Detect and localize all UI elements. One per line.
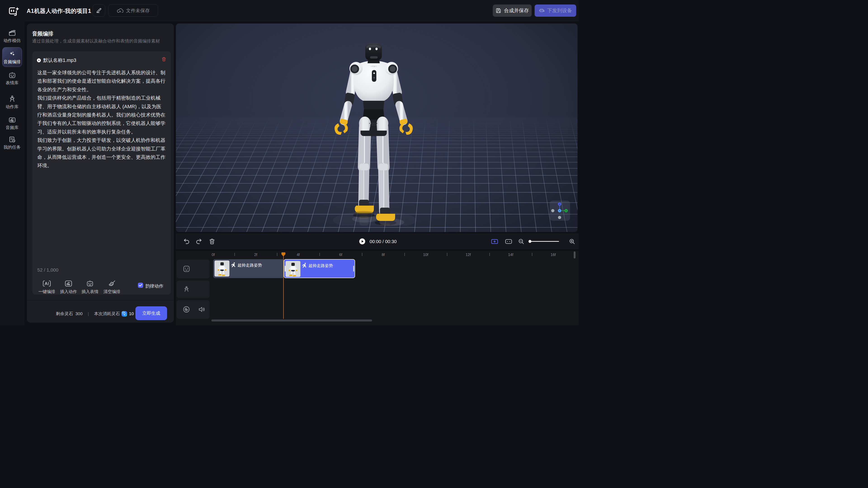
- svg-text:X: X: [565, 209, 567, 212]
- svg-text:Y: Y: [559, 209, 560, 212]
- svg-text:⌀ 机器人: ⌀ 机器人: [371, 66, 377, 67]
- svg-text:Z: Z: [559, 203, 560, 205]
